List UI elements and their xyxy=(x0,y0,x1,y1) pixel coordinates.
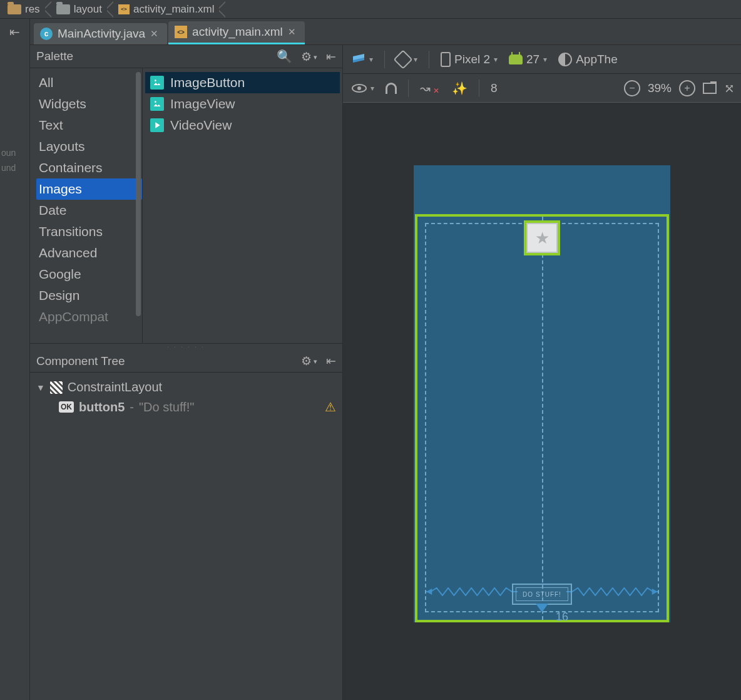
breadcrumb-layout[interactable]: layout xyxy=(51,3,107,16)
palette-item-label: ImageButton xyxy=(170,75,245,90)
editor-tabs: c MainActivity.java ✕ <> activity_main.x… xyxy=(30,19,741,45)
orientation-button[interactable] xyxy=(394,51,420,68)
design-editor: Pixel 2 27 AppThe ↝✕ ✨ 8 − 39% + xyxy=(343,45,741,700)
infer-constraints[interactable]: ✨ xyxy=(449,80,470,97)
palette-cat-design[interactable]: Design xyxy=(36,285,142,306)
device-selector[interactable]: Pixel 2 xyxy=(438,51,500,68)
palette-cat-appcompat[interactable]: AppCompat xyxy=(36,306,142,327)
autoconnect-toggle[interactable] xyxy=(383,81,399,95)
palette-item-label: ImageView xyxy=(170,96,235,111)
xml-file-icon: <> xyxy=(175,26,187,38)
canvas-image-button[interactable]: ★ xyxy=(524,220,560,255)
image-icon xyxy=(150,97,164,111)
java-file-icon: c xyxy=(40,28,53,40)
design-surface-toggle[interactable] xyxy=(349,51,376,68)
palette-item-videoview[interactable]: VideoView xyxy=(145,115,340,136)
arrow-down-icon xyxy=(536,604,548,612)
left-gutter: ⇤ xyxy=(0,19,30,45)
center-guideline xyxy=(542,217,543,620)
breadcrumb-layout-label: layout xyxy=(74,3,102,16)
tree-root-row[interactable]: ▼ ConstraintLayout xyxy=(36,378,336,397)
palette-cat-transitions[interactable]: Transitions xyxy=(36,221,142,242)
breadcrumb-file[interactable]: <> activity_main.xml xyxy=(113,3,219,16)
truncated-text: oun xyxy=(0,145,29,160)
tab-activity-xml[interactable]: <> activity_main.xml ✕ xyxy=(168,21,305,44)
chevron-right-icon xyxy=(219,1,225,18)
gear-icon[interactable]: ⚙ xyxy=(301,354,317,368)
star-icon: ★ xyxy=(535,229,549,248)
api-selector[interactable]: 27 xyxy=(506,51,549,68)
palette-cat-containers[interactable]: Containers xyxy=(36,157,142,178)
palette-cat-images[interactable]: Images xyxy=(36,178,142,200)
design-toolbar-sub: ↝✕ ✨ 8 − 39% + ⤧ xyxy=(343,74,741,103)
tree-child-text: "Do stuff!" xyxy=(139,400,194,414)
image-icon xyxy=(150,76,164,90)
palette-cat-layouts[interactable]: Layouts xyxy=(36,136,142,157)
palette-cat-widgets[interactable]: Widgets xyxy=(36,93,142,115)
palette-item-imagebutton[interactable]: ImageButton xyxy=(145,72,340,93)
blueprint-root[interactable]: ★ DO STUFF! xyxy=(415,214,669,622)
tree-sep: - xyxy=(130,400,134,414)
default-margin[interactable]: 8 xyxy=(488,80,500,96)
palette-cat-google[interactable]: Google xyxy=(36,264,142,285)
close-icon[interactable]: ✕ xyxy=(150,28,158,39)
ok-badge: OK xyxy=(59,401,74,413)
folder-icon xyxy=(56,4,70,14)
gear-icon[interactable]: ⚙ xyxy=(301,49,317,64)
folder-icon xyxy=(8,4,21,14)
warning-icon[interactable]: ⚠ xyxy=(325,399,336,414)
zoom-percent[interactable]: 39% xyxy=(648,81,672,95)
breadcrumb-file-label: activity_main.xml xyxy=(133,3,214,16)
zoom-to-fit-icon[interactable] xyxy=(703,83,717,94)
view-options[interactable] xyxy=(349,83,377,94)
palette-categories[interactable]: All Widgets Text Layouts Containers Imag… xyxy=(30,68,143,343)
rotate-icon xyxy=(393,49,412,69)
palette-items: ImageButton ImageView VideoView xyxy=(143,68,342,343)
truncated-text: und xyxy=(0,160,29,175)
margin-value: 16 xyxy=(556,610,568,624)
constraint-layout-icon xyxy=(50,381,63,394)
tool-window-bar: oun und xyxy=(0,45,30,700)
xml-file-icon: <> xyxy=(118,4,130,14)
palette-cat-all[interactable]: All xyxy=(36,72,142,93)
theme-label: AppThe xyxy=(576,53,618,66)
android-icon xyxy=(509,54,523,64)
resize-grip[interactable]: · · · · · · xyxy=(30,344,342,350)
search-icon[interactable]: 🔍 xyxy=(277,49,292,64)
zoom-out-button[interactable]: − xyxy=(624,80,640,96)
pan-icon[interactable]: ⤧ xyxy=(724,81,735,96)
eye-icon xyxy=(352,84,367,93)
tab-label: activity_main.xml xyxy=(192,25,283,39)
theme-selector[interactable]: AppThe xyxy=(556,51,620,68)
tree-child-row[interactable]: OK button5 - "Do stuff!" ⚠ xyxy=(36,397,336,417)
tree-root-label: ConstraintLayout xyxy=(68,380,162,394)
close-icon[interactable]: ✕ xyxy=(288,26,296,38)
tab-main-activity[interactable]: c MainActivity.java ✕ xyxy=(34,23,167,44)
video-icon xyxy=(150,118,164,132)
device-frame: ★ DO STUFF! xyxy=(414,165,670,622)
tree-child-id: button5 xyxy=(79,400,125,414)
palette-cat-date[interactable]: Date xyxy=(36,200,142,221)
separator xyxy=(384,51,385,68)
clear-constraints[interactable]: ↝✕ xyxy=(417,80,443,97)
hide-panel-icon[interactable]: ⇤ xyxy=(9,24,20,39)
separator xyxy=(408,80,409,97)
zoom-in-button[interactable]: + xyxy=(679,80,695,96)
palette-cat-text[interactable]: Text xyxy=(36,115,142,136)
expand-icon[interactable]: ▼ xyxy=(36,383,45,393)
breadcrumb-res[interactable]: res xyxy=(3,3,45,16)
design-canvas[interactable]: ★ DO STUFF! xyxy=(343,103,741,700)
chevron-right-icon xyxy=(45,1,51,18)
api-label: 27 xyxy=(526,53,539,66)
palette-body: All Widgets Text Layouts Containers Imag… xyxy=(30,68,342,344)
hide-panel-icon[interactable]: ⇤ xyxy=(326,354,336,368)
hide-panel-icon[interactable]: ⇤ xyxy=(326,49,336,64)
component-tree-title: Component Tree xyxy=(36,354,125,368)
palette-cat-advanced[interactable]: Advanced xyxy=(36,242,142,264)
palette-item-imageview[interactable]: ImageView xyxy=(145,93,340,115)
svg-point-1 xyxy=(155,101,156,103)
palette-header: Palette 🔍 ⚙ ⇤ xyxy=(30,45,342,68)
scrollbar-thumb[interactable] xyxy=(136,72,141,316)
component-tree-header: Component Tree ⚙ ⇤ xyxy=(30,350,342,373)
canvas-button5[interactable]: DO STUFF! xyxy=(512,584,572,605)
